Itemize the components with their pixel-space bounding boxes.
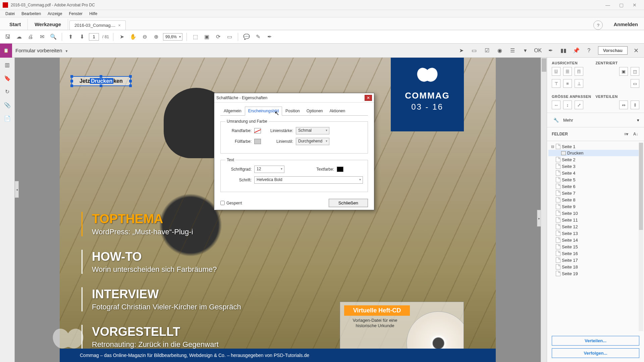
page-up-icon[interactable]: ⬆ bbox=[66, 33, 75, 41]
tab-start[interactable]: Start bbox=[3, 19, 28, 30]
dialog-titlebar[interactable]: Schaltfläche - Eigenschaften ✕ bbox=[214, 93, 374, 103]
menu-anzeige[interactable]: Anzeige bbox=[44, 11, 65, 17]
menu-hilfe[interactable]: Hilfe bbox=[86, 11, 101, 17]
hand-icon[interactable]: ✋ bbox=[129, 33, 138, 41]
size-both-icon[interactable]: ⤢ bbox=[575, 101, 583, 109]
bookmarks-icon[interactable]: 🔖 bbox=[4, 74, 11, 82]
tree-node-seite-17[interactable]: Seite 17 bbox=[548, 257, 643, 263]
az-sort-icon[interactable]: A↓ bbox=[632, 131, 639, 137]
document-area[interactable]: JetzDruckenken COMMAG 03 - 16 TOPTHEMA W… bbox=[15, 58, 541, 362]
textfarbe-swatch[interactable] bbox=[337, 167, 343, 172]
menu-datei[interactable]: Datei bbox=[2, 11, 18, 17]
tree-node-seite-12[interactable]: Seite 12 bbox=[548, 223, 643, 230]
tree-node-seite-2[interactable]: Seite 2 bbox=[548, 156, 643, 163]
page-down-icon[interactable]: ⬇ bbox=[77, 33, 86, 41]
tree-node-seite-19[interactable]: Seite 19 bbox=[548, 270, 643, 277]
tree-node-seite-16[interactable]: Seite 16 bbox=[548, 250, 643, 257]
dialog-tab-aktionen[interactable]: Aktionen bbox=[326, 107, 349, 115]
randfarbe-swatch[interactable] bbox=[254, 128, 261, 133]
dialog-tab-allgemein[interactable]: Allgemein bbox=[220, 107, 245, 115]
context-title[interactable]: Formular vorbereiten ▼ bbox=[15, 48, 68, 53]
attachments-icon[interactable]: 📎 bbox=[4, 101, 11, 109]
linienstil-select[interactable]: Durchgehend bbox=[296, 138, 329, 145]
barcode-tool-icon[interactable]: ▮▮ bbox=[560, 47, 567, 54]
tree-node-drucken[interactable]: Drucken bbox=[548, 150, 643, 156]
menu-fenster[interactable]: Fenster bbox=[65, 11, 86, 17]
align-top-icon[interactable]: ⊤ bbox=[552, 79, 560, 88]
tree-node-seite-4[interactable]: Seite 4 bbox=[548, 170, 643, 176]
speech-icon[interactable]: 💬 bbox=[242, 33, 251, 41]
pin-tool-icon[interactable]: 📌 bbox=[573, 47, 580, 54]
fields-tree[interactable]: ⊟Seite 1 Drucken Seite 2 Seite 3 Seite 4… bbox=[547, 141, 644, 333]
center-h-icon[interactable]: ▣ bbox=[619, 67, 628, 76]
preview-button[interactable]: Vorschau bbox=[598, 46, 628, 55]
select-tool-icon[interactable]: ➤ bbox=[458, 47, 465, 54]
gesperrt-checkbox[interactable]: Gesperrt bbox=[220, 201, 242, 205]
verfolgen-button[interactable]: Verfolgen... bbox=[552, 348, 639, 358]
dist-v-icon[interactable]: ⇕ bbox=[631, 101, 639, 109]
tab-document[interactable]: 2016-03_Commag.... × bbox=[69, 20, 126, 30]
dialog-tab-position[interactable]: Position bbox=[282, 107, 303, 115]
collapse-left-handle[interactable]: ◂ bbox=[15, 181, 19, 198]
tree-node-seite-6[interactable]: Seite 6 bbox=[548, 183, 643, 190]
close-tab-icon[interactable]: × bbox=[118, 23, 121, 28]
tree-node-seite-3[interactable]: Seite 3 bbox=[548, 163, 643, 170]
zoom-in-icon[interactable]: ⊕ bbox=[152, 33, 160, 41]
tree-scroll-thumb[interactable] bbox=[639, 143, 643, 230]
read-mode-icon[interactable]: ▭ bbox=[225, 33, 234, 41]
page-current-input[interactable] bbox=[89, 33, 99, 41]
dist-h-icon[interactable]: ⇔ bbox=[619, 101, 628, 109]
thumbnails-icon[interactable]: ▥ bbox=[4, 61, 11, 68]
align-left-icon[interactable]: ☳ bbox=[552, 67, 560, 76]
listbox-tool-icon[interactable]: ☰ bbox=[509, 47, 516, 54]
tree-node-seite-10[interactable]: Seite 10 bbox=[548, 210, 643, 217]
tree-node-seite-1[interactable]: ⊟Seite 1 bbox=[548, 143, 643, 150]
minimize-button[interactable]: — bbox=[601, 1, 614, 9]
zoom-select[interactable]: 99,6% bbox=[163, 33, 182, 41]
checkbox-tool-icon[interactable]: ☑ bbox=[483, 47, 491, 54]
tree-node-seite-18[interactable]: Seite 18 bbox=[548, 263, 643, 270]
dropdown-tool-icon[interactable]: ▾ bbox=[522, 47, 529, 54]
mail-icon[interactable]: ✉ bbox=[38, 33, 46, 41]
fit-width-icon[interactable]: ⬚ bbox=[191, 33, 200, 41]
dialog-schliessen-button[interactable]: Schließen bbox=[329, 199, 368, 207]
schrift-select[interactable]: Helvetica Bold bbox=[254, 176, 363, 184]
form-tool-icon[interactable]: 📋 bbox=[0, 44, 12, 58]
align-vcenter-icon[interactable]: ≡ bbox=[563, 79, 572, 88]
fuellfarbe-swatch[interactable] bbox=[254, 139, 261, 144]
tree-node-seite-9[interactable]: Seite 9 bbox=[548, 203, 643, 210]
tree-node-seite-13[interactable]: Seite 13 bbox=[548, 230, 643, 237]
align-hcenter-icon[interactable]: ☰ bbox=[563, 67, 572, 76]
maximize-button[interactable]: ▢ bbox=[614, 1, 628, 9]
tree-scrollbar[interactable] bbox=[639, 142, 643, 331]
tab-werkzeuge[interactable]: Werkzeuge bbox=[28, 19, 68, 30]
verteilen-button[interactable]: Verteilen... bbox=[552, 336, 639, 346]
tree-node-seite-7[interactable]: Seite 7 bbox=[548, 190, 643, 196]
signin-button[interactable]: Anmelden bbox=[607, 19, 644, 30]
textfield-tool-icon[interactable]: ▭ bbox=[471, 47, 478, 54]
print-icon[interactable]: 🖨 bbox=[26, 33, 35, 41]
dialog-tab-erscheinungsbild[interactable]: Erscheinungsbild bbox=[245, 107, 282, 116]
size-height-icon[interactable]: ↕ bbox=[563, 101, 572, 109]
sign-icon[interactable]: ✒ bbox=[265, 33, 274, 41]
save-icon[interactable]: 🖫 bbox=[3, 33, 12, 41]
gesperrt-input[interactable] bbox=[220, 201, 225, 205]
dialog-close-button[interactable]: ✕ bbox=[365, 95, 372, 101]
close-window-button[interactable]: ✕ bbox=[628, 1, 641, 9]
linienstaerke-select[interactable]: Schmal bbox=[296, 127, 329, 134]
more-row[interactable]: 🔧 Mehr ▾ bbox=[547, 113, 644, 127]
tree-node-seite-5[interactable]: Seite 5 bbox=[548, 176, 643, 183]
close-context-button[interactable]: ✕ bbox=[631, 46, 641, 56]
rotate-icon[interactable]: ⟳ bbox=[214, 33, 222, 41]
align-bottom-icon[interactable]: ⊥ bbox=[575, 79, 583, 88]
tree-node-seite-15[interactable]: Seite 15 bbox=[548, 243, 643, 250]
button-tool-icon[interactable]: OK bbox=[534, 47, 542, 54]
help-icon[interactable]: ? bbox=[593, 20, 603, 30]
signatures-nav-icon[interactable]: 📄 bbox=[4, 115, 11, 122]
tree-node-seite-8[interactable]: Seite 8 bbox=[548, 196, 643, 203]
align-right-icon[interactable]: ☶ bbox=[575, 67, 583, 76]
size-width-icon[interactable]: ↔ bbox=[552, 101, 560, 109]
scroll-thumb[interactable] bbox=[542, 58, 546, 72]
signature-tool-icon[interactable]: ✒ bbox=[547, 47, 554, 54]
dialog-tab-optionen[interactable]: Optionen bbox=[303, 107, 326, 115]
